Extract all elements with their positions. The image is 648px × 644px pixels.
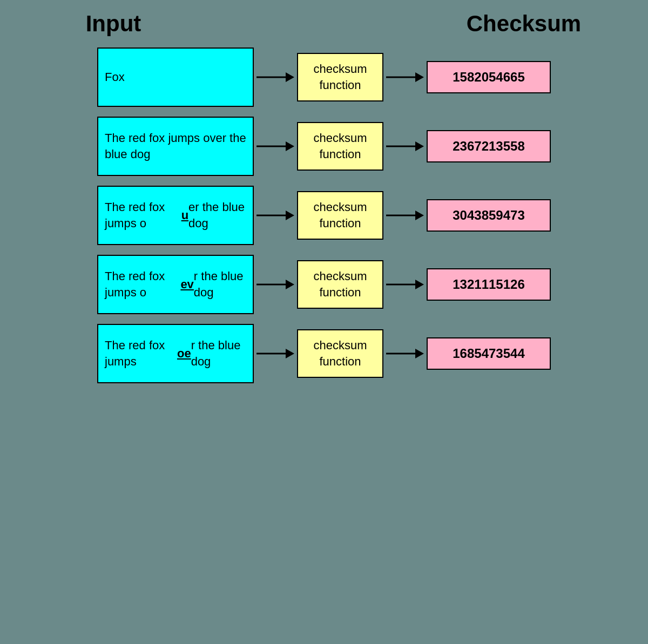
checksum-box-3: 3043859473	[427, 199, 551, 232]
checksum-header: Checksum	[432, 11, 616, 37]
diagram-rows: Fox checksumfunction 1582054665 The red …	[0, 42, 648, 389]
column-headers: Input Checksum	[0, 0, 648, 42]
function-box-4: checksumfunction	[297, 260, 383, 309]
function-box-1: checksumfunction	[297, 53, 383, 101]
checksum-box-4: 1321115126	[427, 268, 551, 301]
function-box-5: checksumfunction	[297, 329, 383, 378]
diagram-row-1: Fox checksumfunction 1582054665	[16, 48, 632, 107]
function-box-2: checksumfunction	[297, 122, 383, 171]
checksum-box-1: 1582054665	[427, 61, 551, 93]
input-box-2: The red fox jumps over the blue dog	[97, 117, 254, 176]
diagram-row-2: The red fox jumps over the blue dog chec…	[16, 117, 632, 176]
input-box-1: Fox	[97, 48, 254, 107]
input-header: Input	[32, 11, 194, 37]
checksum-box-5: 1685473544	[427, 337, 551, 370]
input-box-4: The red fox jumps oevr the blue dog	[97, 255, 254, 314]
diagram-row-4: The red fox jumps oevr the blue dog chec…	[16, 255, 632, 314]
checksum-box-2: 2367213558	[427, 130, 551, 162]
input-box-5: The red fox jumpsoer the blue dog	[97, 324, 254, 383]
diagram-row-5: The red fox jumpsoer the blue dog checks…	[16, 324, 632, 383]
input-box-3: The red fox jumps ouer the blue dog	[97, 186, 254, 245]
diagram-row-3: The red fox jumps ouer the blue dog chec…	[16, 186, 632, 245]
function-box-3: checksumfunction	[297, 191, 383, 240]
